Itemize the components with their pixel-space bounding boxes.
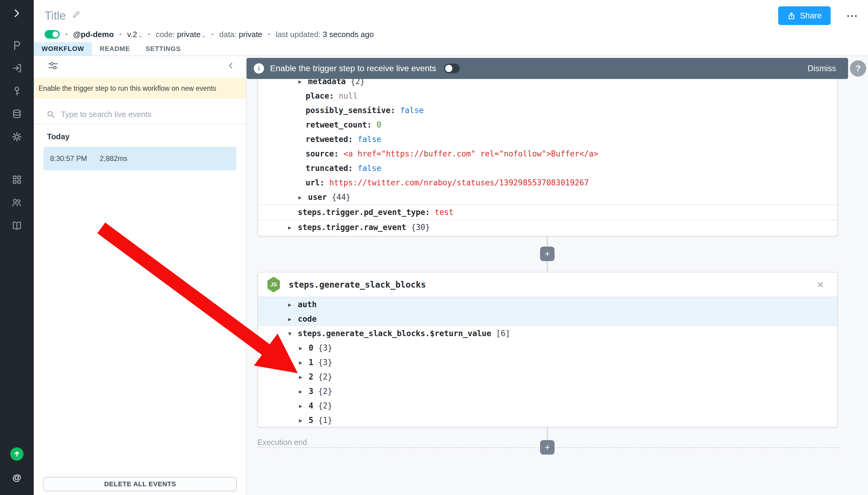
tree-row-auth[interactable]: ▶ auth bbox=[258, 297, 837, 312]
apps-grid-icon[interactable] bbox=[11, 174, 23, 186]
tree-row-user[interactable]: ▶ user {44} bbox=[258, 190, 837, 204]
workflow-header: Title Share ⋯ • @pd-demo • v.2⌄ • code: … bbox=[34, 0, 868, 42]
workflow-canvas: ▶ metadata {2} place: null possibly_sens… bbox=[246, 56, 868, 495]
code-visibility-dropdown[interactable]: code: private⌄ bbox=[156, 30, 206, 39]
tree-row-item-5[interactable]: ▶ 5 {1} bbox=[258, 413, 837, 427]
people-icon[interactable] bbox=[11, 197, 23, 209]
share-label: Share bbox=[800, 11, 821, 20]
separator-dot: • bbox=[148, 30, 150, 39]
key-icon[interactable] bbox=[11, 85, 23, 97]
tree-row-retweet-count[interactable]: retweet_count: 0 bbox=[258, 118, 837, 132]
event-group-label: Today bbox=[34, 124, 246, 146]
tab-settings[interactable]: SETTINGS bbox=[138, 42, 188, 55]
version-dropdown[interactable]: v.2⌄ bbox=[127, 30, 142, 39]
tab-readme[interactable]: README bbox=[92, 42, 138, 55]
tab-bar: WORKFLOW README SETTINGS bbox=[34, 42, 868, 56]
mentions-icon[interactable]: @ bbox=[11, 472, 23, 483]
live-events-toggle[interactable] bbox=[444, 64, 459, 73]
share-button[interactable]: Share bbox=[778, 6, 831, 25]
database-icon[interactable] bbox=[11, 108, 23, 120]
help-button[interactable]: ? bbox=[850, 60, 866, 76]
event-duration: 2,882ms bbox=[100, 154, 127, 163]
tree-row-retweeted[interactable]: retweeted: false bbox=[258, 132, 837, 147]
expand-arrow-icon[interactable]: ▶ bbox=[288, 302, 298, 308]
collapse-arrow-icon[interactable]: ▼ bbox=[288, 330, 298, 337]
code-step-card: JS steps.generate_slack_blocks ✕ ▶ auth … bbox=[257, 272, 838, 427]
trigger-notice: Enable the trigger step to run this work… bbox=[34, 78, 246, 99]
tree-row-item-1[interactable]: ▶ 1 {3} bbox=[258, 355, 837, 370]
expand-arrow-icon[interactable]: ▶ bbox=[299, 359, 309, 366]
expand-arrow-icon[interactable]: ▶ bbox=[288, 224, 298, 231]
dismiss-button[interactable]: Dismiss bbox=[804, 63, 840, 74]
collapse-panel-icon[interactable] bbox=[226, 61, 236, 73]
workflow-meta-row: • @pd-demo • v.2⌄ • code: private⌄ • dat… bbox=[45, 27, 859, 42]
gear-icon[interactable] bbox=[11, 131, 23, 143]
last-updated: last updated: 3 seconds ago bbox=[276, 30, 374, 39]
trigger-result-card: ▶ metadata {2} place: null possibly_sens… bbox=[257, 72, 838, 236]
expand-sidebar-chevron-icon[interactable] bbox=[11, 7, 23, 19]
execution-end-label: Execution end bbox=[257, 438, 307, 447]
add-step-button[interactable]: + bbox=[540, 440, 555, 455]
search-input[interactable] bbox=[60, 109, 238, 120]
app-window: @ Title Share ⋯ • @pd-demo • v. bbox=[0, 0, 868, 495]
book-icon[interactable] bbox=[11, 220, 23, 232]
tree-row-item-0[interactable]: ▶ 0 {3} bbox=[258, 341, 837, 355]
tree-row-code[interactable]: ▶ code bbox=[258, 312, 837, 326]
event-list-item[interactable]: 8:30:57 PM 2,882ms bbox=[44, 147, 236, 170]
tree-row-item-4[interactable]: ▶ 4 {2} bbox=[258, 398, 837, 413]
tree-row-item-2[interactable]: ▶ 2 {2} bbox=[258, 370, 837, 384]
close-icon[interactable]: ✕ bbox=[813, 279, 828, 290]
share-icon bbox=[787, 12, 796, 20]
nodejs-icon: JS bbox=[266, 277, 281, 292]
more-menu-button[interactable]: ⋯ bbox=[845, 9, 859, 22]
events-panel: Enable the trigger step to run this work… bbox=[34, 56, 246, 495]
main-column: Title Share ⋯ • @pd-demo • v.2⌄ • code: … bbox=[34, 0, 868, 495]
event-search bbox=[34, 105, 246, 124]
expand-arrow-icon[interactable]: ▶ bbox=[299, 345, 309, 351]
tree-row-source[interactable]: source: <a href="https://buffer.com" rel… bbox=[258, 147, 837, 161]
tree-row-possibly-sensitive[interactable]: possibly_sensitive: false bbox=[258, 103, 837, 118]
upgrade-icon[interactable] bbox=[10, 447, 23, 461]
step-result-tree: ▶ auth ▶ code ▼ steps.generate_slack_blo… bbox=[258, 297, 837, 427]
tree-row-pd-event-type[interactable]: steps.trigger.pd_event_type: test bbox=[258, 205, 837, 220]
expand-arrow-icon[interactable]: ▶ bbox=[298, 194, 308, 201]
pipedream-logo-icon[interactable] bbox=[11, 39, 23, 51]
tree-row-item-3[interactable]: ▶ 3 {2} bbox=[258, 384, 837, 398]
expand-arrow-icon[interactable]: ▶ bbox=[299, 417, 309, 424]
live-events-banner: i Enable the trigger step to receive liv… bbox=[246, 58, 848, 79]
page-title: Title bbox=[45, 9, 66, 22]
expand-arrow-icon[interactable]: ▶ bbox=[299, 388, 309, 395]
expand-arrow-icon[interactable]: ▶ bbox=[299, 374, 309, 380]
tree-row-raw-event[interactable]: ▶ steps.trigger.raw_event {30} bbox=[258, 220, 837, 235]
tab-workflow[interactable]: WORKFLOW bbox=[34, 42, 92, 55]
events-toolbar bbox=[34, 56, 246, 78]
event-time: 8:30:57 PM bbox=[50, 154, 87, 163]
search-icon bbox=[47, 110, 55, 118]
banner-text: Enable the trigger step to receive live … bbox=[270, 64, 436, 73]
step-card-header: JS steps.generate_slack_blocks ✕ bbox=[258, 273, 837, 297]
separator-dot: • bbox=[119, 30, 122, 39]
delete-all-events-button[interactable]: DELETE ALL EVENTS bbox=[44, 477, 237, 491]
exit-icon[interactable] bbox=[11, 62, 23, 74]
chevron-down-icon: ⌄ bbox=[138, 33, 142, 38]
tree-row-return-value[interactable]: ▼ steps.generate_slack_blocks.$return_va… bbox=[258, 326, 837, 341]
step-title: steps.generate_slack_blocks bbox=[289, 280, 426, 290]
separator-dot: • bbox=[65, 30, 68, 39]
deploy-toggle[interactable] bbox=[45, 30, 60, 39]
add-step-button[interactable]: + bbox=[540, 246, 555, 261]
filter-icon[interactable] bbox=[47, 60, 59, 74]
tree-row-place[interactable]: place: null bbox=[258, 89, 837, 103]
content-area: Enable the trigger step to run this work… bbox=[34, 56, 868, 495]
title-row: Title Share ⋯ bbox=[45, 5, 859, 27]
edit-title-icon[interactable] bbox=[72, 10, 81, 21]
data-visibility: data: private bbox=[219, 30, 262, 39]
expand-arrow-icon[interactable]: ▶ bbox=[299, 403, 309, 409]
expand-arrow-icon[interactable]: ▶ bbox=[288, 316, 298, 322]
account-link[interactable]: @pd-demo bbox=[73, 30, 114, 39]
tree-row-url[interactable]: url: https://twitter.com/nraboy/statuses… bbox=[258, 175, 837, 190]
tree-row-truncated[interactable]: truncated: false bbox=[258, 161, 837, 175]
chevron-down-icon: ⌄ bbox=[202, 33, 206, 38]
sidebar: @ bbox=[0, 0, 34, 495]
separator-dot: • bbox=[267, 30, 270, 39]
expand-arrow-icon[interactable]: ▶ bbox=[298, 79, 308, 85]
